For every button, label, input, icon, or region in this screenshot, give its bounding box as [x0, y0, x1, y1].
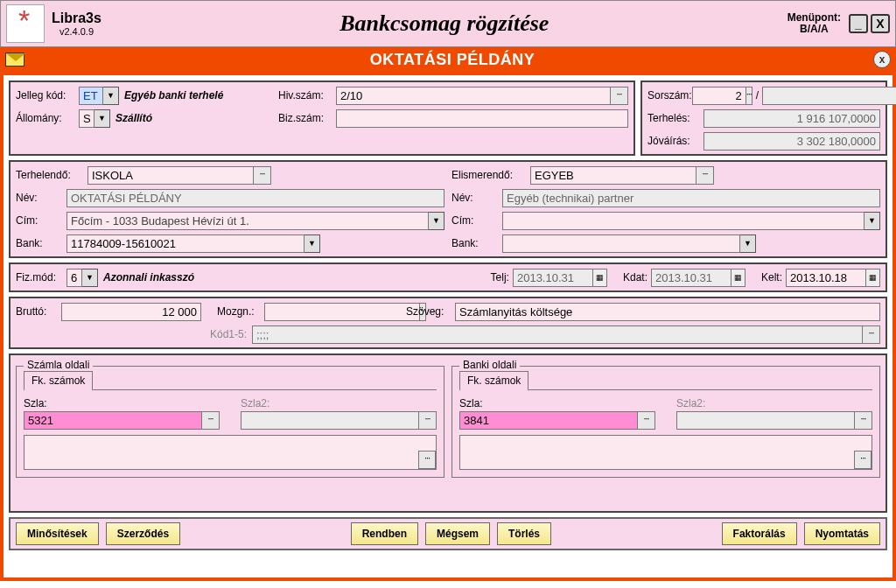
elismerendo-label: Elismerendő: [452, 169, 530, 181]
credit-bank-dropdown-icon[interactable]: ▼ [740, 234, 756, 253]
debit-nev-label: Név: [16, 192, 66, 204]
kdat-calendar-button[interactable]: ▦ [732, 269, 746, 287]
credit-column: Elismerendő: ··· Név: Cím: ▼ [452, 165, 880, 253]
header-panel: Jelleg kód: ▼ Egyéb banki terhelé Hiv.sz… [9, 80, 635, 156]
sorszam-sep: / [756, 89, 759, 102]
hivszam-lookup-button[interactable]: ··· [611, 87, 628, 105]
sorszam-label: Sorszám: [648, 89, 692, 102]
banki-fieldset: Banki oldali Fk. számok Szla: ··· Szla2: [452, 366, 880, 478]
credit-bank-input[interactable] [502, 234, 740, 253]
credit-cim-dropdown-icon[interactable]: ▼ [864, 212, 880, 230]
sorszam-lookup-button[interactable]: ··· [746, 87, 752, 105]
jovairas-value [704, 132, 880, 150]
fizmod-dropdown-icon[interactable]: ▼ [82, 269, 98, 287]
jelleg-label: Jelleg kód: [16, 89, 79, 102]
terhelendo-lookup-button[interactable]: ··· [254, 166, 271, 185]
main-form: Jelleg kód: ▼ Egyéb banki terhelé Hiv.sz… [0, 72, 896, 581]
banner-close-button[interactable]: x [873, 51, 891, 68]
debit-nev-value [66, 189, 444, 207]
brutto-input[interactable] [61, 303, 201, 321]
banki-slot-lookup-button[interactable]: ··· [854, 451, 872, 469]
debit-cim-label: Cím: [16, 214, 66, 227]
megsem-button[interactable]: Mégsem [425, 522, 490, 545]
mozgn-label: Mozgn.: [217, 305, 264, 318]
terheles-label: Terhelés: [648, 112, 704, 124]
szamla-legend: Számla oldali [24, 359, 93, 371]
kdat-label: Kdat: [623, 271, 648, 284]
bizszam-input[interactable] [336, 109, 628, 128]
window-title: Bankcsomag rögzítése [102, 10, 788, 37]
minositesek-button[interactable]: Minősítések [16, 522, 99, 545]
close-button[interactable]: X [871, 14, 890, 33]
faktoralas-button[interactable]: Faktorálás [722, 522, 797, 545]
debit-bank-dropdown-icon[interactable]: ▼ [304, 234, 320, 253]
banki-tab[interactable]: Fk. számok [459, 371, 528, 391]
kod15-label: Kód1-5: [16, 328, 252, 340]
kelt-label: Kelt: [761, 271, 782, 284]
banki-szla-input[interactable] [459, 411, 638, 430]
fizmod-code-input[interactable] [66, 269, 82, 287]
szamla-slot[interactable]: ··· [24, 435, 437, 470]
telj-calendar-button[interactable]: ▦ [593, 269, 607, 287]
kelt-input[interactable] [786, 269, 866, 287]
kdat-value [651, 269, 732, 287]
hivszam-input[interactable] [336, 87, 611, 105]
szamla-fieldset: Számla oldali Fk. számok Szla: ··· Szla2… [16, 366, 444, 478]
terhelendo-input[interactable] [88, 166, 254, 185]
minimize-button[interactable]: _ [849, 14, 868, 33]
szamla-tab[interactable]: Fk. számok [24, 371, 93, 391]
jelleg-desc: Egyéb banki terhelé [124, 89, 278, 102]
app-logo [6, 4, 45, 43]
szoveg-input[interactable] [455, 303, 880, 321]
summary-panel: Sorszám: ··· / Terhelés: Jóváírás: [640, 80, 887, 156]
szamla-szla-lookup-button[interactable]: ··· [202, 411, 220, 430]
kod15-lookup-button[interactable]: ··· [863, 326, 880, 344]
szamla-szla-input[interactable] [24, 411, 202, 430]
jelleg-dropdown-icon[interactable]: ▼ [103, 87, 119, 105]
brutto-label: Bruttó: [16, 305, 61, 318]
banki-szla2-lookup-button[interactable]: ··· [855, 411, 872, 430]
banki-legend: Banki oldali [459, 359, 520, 371]
szamla-szla-label: Szla: [24, 397, 220, 410]
mozgn-input[interactable] [264, 303, 420, 321]
banki-szla-lookup-button[interactable]: ··· [638, 411, 655, 430]
torles-button[interactable]: Törlés [497, 522, 551, 545]
szamla-szla2-lookup-button[interactable]: ··· [419, 411, 437, 430]
szamla-slot-lookup-button[interactable]: ··· [418, 451, 436, 469]
credit-cim-value[interactable] [502, 212, 864, 230]
debit-cim-value[interactable] [66, 212, 429, 230]
elismerendo-lookup-button[interactable]: ··· [696, 166, 714, 185]
debit-bank-input[interactable] [66, 234, 304, 253]
szoveg-label: Szöveg: [406, 305, 455, 318]
allomany-code-input[interactable] [79, 109, 94, 128]
terhelendo-label: Terhelendő: [16, 169, 88, 181]
sorszam-total [762, 87, 896, 105]
debit-cim-dropdown-icon[interactable]: ▼ [429, 212, 444, 230]
szerzodes-button[interactable]: Szerződés [106, 522, 180, 545]
jelleg-code-input[interactable] [79, 87, 103, 105]
parties-panel: Terhelendő: ··· Név: Cím: ▼ [9, 160, 887, 258]
menupont: Menüpont: B/A/A [788, 12, 841, 35]
nyomtatas-button[interactable]: Nyomtatás [804, 522, 880, 545]
banner-bar: OKTATÁSI PÉLDÁNY x [0, 47, 896, 72]
rendben-button[interactable]: Rendben [351, 522, 418, 545]
kod15-input[interactable] [252, 326, 863, 344]
allomany-dropdown-icon[interactable]: ▼ [94, 109, 110, 128]
menupont-code: B/A/A [788, 24, 841, 35]
button-bar: Minősítések Szerződés Rendben Mégsem Tör… [9, 517, 887, 550]
credit-nev-label: Név: [452, 192, 502, 204]
payment-panel: Fiz.mód: ▼ Azonnali inkasszó Telj: ▦ Kda… [9, 262, 887, 292]
accounts-panel: Számla oldali Fk. számok Szla: ··· Szla2… [9, 354, 887, 513]
kelt-calendar-button[interactable]: ▦ [866, 269, 880, 287]
hivszam-label: Hiv.szám: [278, 89, 336, 102]
allomany-label: Állomány: [16, 112, 79, 124]
terheles-value [704, 109, 880, 128]
detail-panel: Bruttó: Mozgn.: ··· Szöveg: Kód1-5: ··· [9, 297, 887, 349]
sorszam-input[interactable] [692, 87, 746, 105]
banki-slot[interactable]: ··· [459, 435, 872, 470]
bizszam-label: Biz.szám: [278, 112, 336, 124]
app-version: v2.4.0.9 [52, 26, 102, 37]
mail-icon[interactable] [5, 52, 24, 66]
szamla-szla2-label: Szla2: [241, 397, 437, 410]
elismerendo-input[interactable] [530, 166, 696, 185]
